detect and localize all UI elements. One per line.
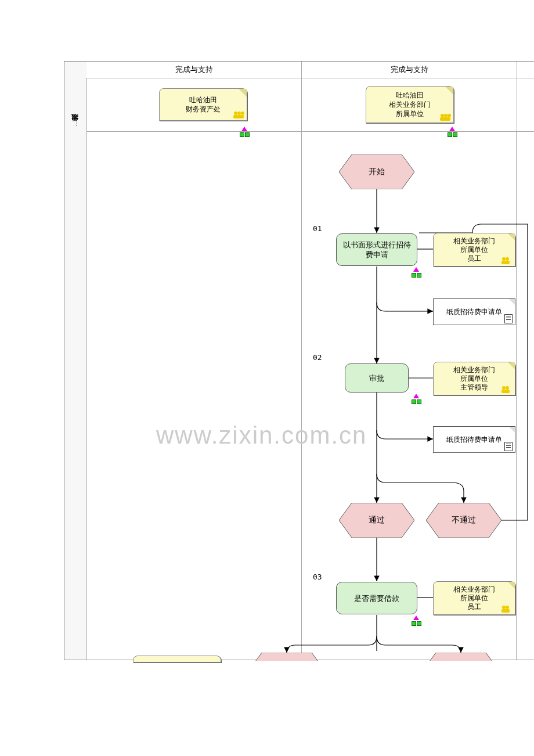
svg-point-29	[506, 606, 509, 609]
step02-number: 02	[313, 353, 322, 362]
fold-icon	[508, 233, 515, 240]
partial-node-right	[423, 653, 499, 661]
fold-icon	[509, 427, 515, 433]
role01-box: 相关业务部门 所属单位 员工	[433, 233, 515, 267]
org-left-line1: 吐哈油田	[189, 95, 217, 105]
fold-icon	[508, 582, 515, 589]
fold-icon	[445, 87, 453, 95]
pass-label: 通过	[369, 515, 385, 525]
header-col2: 完成与支持	[302, 62, 517, 78]
document-icon	[504, 314, 513, 323]
fold-icon	[239, 89, 247, 97]
doc02-box: 纸质招待费申请单	[433, 426, 515, 453]
canvas: www.zixin.com.cn	[86, 131, 534, 660]
svg-marker-32	[423, 653, 499, 661]
swimlane-orgs: 吐哈油田 财务资产处 吐哈油田 相关业务部门 所属单位	[86, 78, 534, 132]
role01-l2: 所属单位	[460, 246, 488, 254]
role01-l1: 相关业务部门	[453, 237, 495, 246]
svg-point-6	[448, 114, 451, 117]
role03-l2: 所属单位	[460, 594, 488, 603]
fail-label: 不通过	[452, 515, 476, 525]
org-left: 吐哈油田 财务资产处	[159, 88, 247, 121]
people-icon	[501, 257, 513, 265]
svg-rect-30	[501, 609, 510, 613]
people-icon	[439, 113, 451, 121]
doc01-label: 纸质招待费申请单	[446, 307, 502, 317]
header-col1: 完成与支持	[86, 62, 302, 78]
document-icon	[504, 442, 513, 451]
svg-point-28	[502, 606, 506, 609]
partial-node-left	[249, 653, 324, 661]
pass-node: 通过	[339, 503, 414, 538]
start-node: 开始	[339, 154, 414, 189]
svg-point-24	[506, 386, 509, 390]
role02-l1: 相关业务部门	[453, 366, 495, 375]
svg-point-23	[502, 386, 506, 390]
people-icon	[501, 386, 513, 394]
watermark: www.zixin.com.cn	[156, 422, 367, 449]
step03-process: 是否需要借款	[336, 582, 417, 614]
connector-icon	[412, 397, 421, 406]
swimlane-cell-right: 吐哈油田 相关业务部门 所属单位	[302, 78, 517, 131]
svg-rect-22	[501, 261, 510, 264]
role02-l3: 主管领导	[460, 383, 488, 392]
step02-label: 审批	[369, 373, 384, 383]
flow-connectors	[86, 131, 534, 660]
org-right-line1: 吐哈油田	[396, 91, 424, 100]
svg-marker-31	[249, 653, 324, 661]
role02-box: 相关业务部门 所属单位 主管领导	[433, 362, 515, 395]
org-right: 吐哈油田 相关业务部门 所属单位	[366, 86, 454, 123]
connector-icon	[412, 271, 421, 280]
fail-node: 不通过	[426, 503, 501, 538]
step01-process: 以书面形式进行招待费申请	[336, 233, 417, 266]
svg-point-0	[234, 111, 237, 115]
partial-org-bottom	[133, 656, 221, 663]
step01-number: 01	[313, 224, 322, 233]
svg-point-20	[502, 257, 506, 261]
start-label: 开始	[369, 167, 385, 177]
step01-label: 以书面形式进行招待费申请	[340, 240, 413, 260]
fold-icon	[509, 299, 515, 305]
role03-box: 相关业务部门 所属单位 员工	[433, 581, 515, 615]
role01-l3: 员工	[467, 254, 481, 263]
diagram-frame: 组织元素… 完成与支持 完成与支持 吐哈油田 财务资产处 吐哈	[64, 61, 534, 660]
step02-process: 审批	[345, 363, 409, 393]
org-right-line2: 相关业务部门	[389, 100, 431, 109]
swimlane-cell-left: 吐哈油田 财务资产处	[86, 78, 302, 131]
page: 组织元素… 完成与支持 完成与支持 吐哈油田 财务资产处 吐哈	[0, 0, 534, 756]
doc02-label: 纸质招待费申请单	[446, 435, 502, 445]
org-left-line2: 财务资产处	[186, 105, 221, 114]
sidebar-label: 组织元素…	[70, 120, 80, 127]
people-icon	[233, 111, 244, 119]
role03-l3: 员工	[467, 603, 481, 611]
sidebar: 组织元素…	[64, 62, 87, 660]
header-row: 完成与支持 完成与支持	[86, 62, 534, 78]
svg-point-21	[506, 257, 509, 261]
svg-rect-7	[440, 117, 450, 121]
lane-divider	[516, 131, 517, 660]
svg-point-4	[441, 114, 444, 117]
lane-divider	[301, 131, 302, 660]
role03-l1: 相关业务部门	[453, 585, 495, 594]
doc01-box: 纸质招待费申请单	[433, 298, 515, 325]
role02-l2: 所属单位	[460, 375, 488, 383]
svg-point-5	[444, 114, 448, 117]
svg-rect-3	[233, 115, 244, 118]
org-right-line3: 所属单位	[396, 109, 424, 118]
people-icon	[501, 605, 513, 613]
step03-number: 03	[313, 573, 322, 581]
step03-label: 是否需要借款	[354, 593, 399, 603]
svg-point-1	[237, 111, 241, 115]
connector-icon	[412, 619, 421, 628]
svg-point-2	[241, 111, 244, 115]
fold-icon	[508, 362, 515, 369]
svg-rect-25	[501, 390, 510, 393]
